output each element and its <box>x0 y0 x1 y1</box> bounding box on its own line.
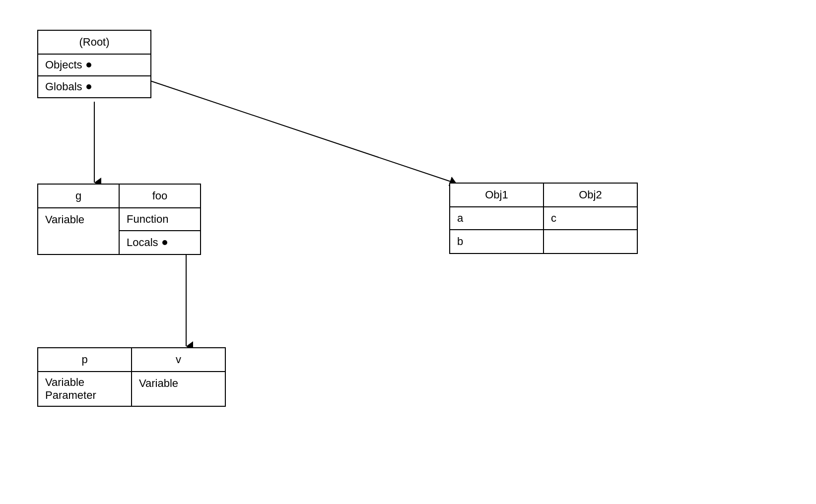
foo-locals-row: Locals <box>120 231 200 254</box>
diagram: (Root) Objects Globals g Variable foo Fu… <box>0 0 816 504</box>
root-objects-row: Objects <box>38 55 150 76</box>
foo-column: foo Function Locals <box>120 185 200 254</box>
objects-table-node: Obj1 a b Obj2 c <box>449 183 638 254</box>
obj1-a-row: a <box>450 207 543 230</box>
g-column: g Variable <box>38 185 120 254</box>
p-column: p Variable Parameter <box>38 348 132 406</box>
v-column: v Variable <box>132 348 225 406</box>
locals-table-node: p Variable Parameter v Variable <box>37 347 226 407</box>
obj1-title: Obj1 <box>450 184 543 207</box>
objects-dot <box>86 63 91 67</box>
v-title: v <box>132 348 225 372</box>
globals-dot <box>86 84 91 89</box>
v-variable-row: Variable <box>132 372 225 395</box>
root-node: (Root) Objects Globals <box>37 30 151 98</box>
obj1-b-row: b <box>450 230 543 253</box>
root-title: (Root) <box>38 31 150 55</box>
obj1-column: Obj1 a b <box>450 184 544 253</box>
objects-label: Objects <box>45 59 82 71</box>
locals-dot <box>162 240 167 245</box>
foo-title: foo <box>120 185 200 208</box>
root-globals-row: Globals <box>38 76 150 97</box>
p-variable-parameter-row: Variable Parameter <box>38 372 131 406</box>
foo-function-row: Function <box>120 208 200 231</box>
svg-line-3 <box>141 78 457 184</box>
obj2-c-row: c <box>544 207 637 230</box>
obj2-title: Obj2 <box>544 184 637 207</box>
g-title: g <box>38 185 119 208</box>
g-variable-row: Variable <box>38 208 119 231</box>
globals-label: Globals <box>45 80 82 93</box>
obj2-empty-row <box>544 230 637 253</box>
obj2-column: Obj2 c <box>544 184 637 253</box>
globals-table-node: g Variable foo Function Locals <box>37 184 201 255</box>
locals-label: Locals <box>127 236 158 249</box>
p-title: p <box>38 348 131 372</box>
